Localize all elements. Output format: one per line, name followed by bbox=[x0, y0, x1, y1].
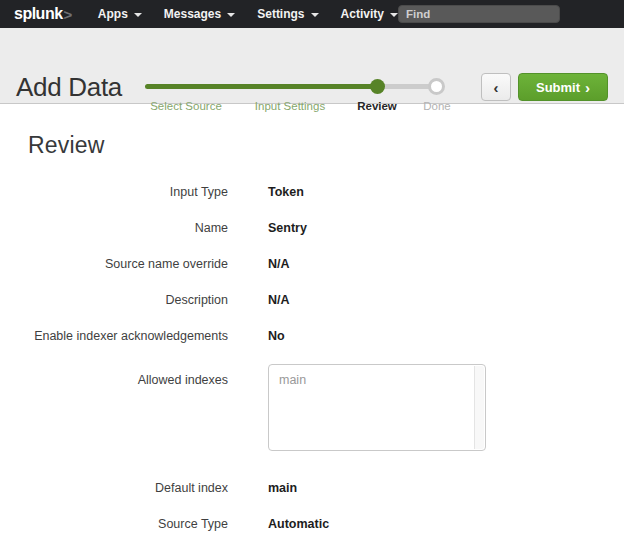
field-row-name: Name Sentry bbox=[28, 220, 624, 236]
page-title: Add Data bbox=[16, 72, 122, 103]
review-heading: Review bbox=[28, 130, 624, 160]
submit-button-label: Submit bbox=[536, 80, 580, 95]
chevron-down-icon bbox=[227, 13, 235, 17]
nav-menu-activity[interactable]: Activity bbox=[341, 7, 398, 21]
submit-button[interactable]: Submit › bbox=[518, 73, 608, 101]
field-label: Input Type bbox=[28, 184, 228, 200]
field-row-source-name-override: Source name override N/A bbox=[28, 256, 624, 272]
field-value: Automatic bbox=[268, 516, 329, 532]
step-label-select-source: Select Source bbox=[150, 100, 222, 112]
splunk-logo[interactable]: splunk > bbox=[14, 5, 72, 23]
back-button[interactable]: ‹ bbox=[481, 73, 511, 101]
chevron-down-icon bbox=[134, 13, 142, 17]
nav-menu-messages[interactable]: Messages bbox=[164, 7, 235, 21]
field-row-source-type: Source Type Automatic bbox=[28, 516, 624, 532]
field-label: Source Type bbox=[28, 516, 228, 532]
nav-menu-settings-label: Settings bbox=[257, 7, 304, 21]
top-navbar: splunk > Apps Messages Settings Activity bbox=[0, 0, 624, 28]
review-panel: Review Input Type Token Name Sentry Sour… bbox=[0, 104, 624, 532]
nav-menu-activity-label: Activity bbox=[341, 7, 384, 21]
nav-menus: Apps Messages Settings Activity bbox=[98, 7, 420, 21]
step-label-input-settings: Input Settings bbox=[255, 100, 325, 112]
current-step-dot bbox=[370, 79, 385, 94]
chevron-right-icon: › bbox=[585, 79, 590, 96]
field-row-description: Description N/A bbox=[28, 292, 624, 308]
field-label: Name bbox=[28, 220, 228, 236]
step-label-done: Done bbox=[423, 100, 451, 112]
field-value: main bbox=[268, 480, 297, 496]
field-value: N/A bbox=[268, 256, 290, 272]
field-row-input-type: Input Type Token bbox=[28, 184, 624, 200]
find-search-input[interactable] bbox=[398, 5, 560, 23]
allowed-indexes-scrollbar[interactable] bbox=[474, 366, 484, 449]
progress-track-complete bbox=[145, 84, 377, 89]
chevron-left-icon: ‹ bbox=[494, 79, 499, 96]
field-value: Token bbox=[268, 184, 304, 200]
field-label: Description bbox=[28, 292, 228, 308]
nav-menu-settings[interactable]: Settings bbox=[257, 7, 318, 21]
field-label: Source name override bbox=[28, 256, 228, 272]
allowed-indexes-value: main bbox=[269, 365, 485, 395]
field-label: Default index bbox=[28, 480, 228, 496]
field-label: Enable indexer acknowledgements bbox=[28, 328, 228, 344]
nav-menu-apps[interactable]: Apps bbox=[98, 7, 142, 21]
splunk-logo-text: splunk bbox=[14, 5, 63, 23]
chevron-down-icon bbox=[390, 13, 398, 17]
nav-menu-apps-label: Apps bbox=[98, 7, 128, 21]
step-label-review: Review bbox=[357, 100, 397, 112]
allowed-indexes-box[interactable]: main bbox=[268, 364, 486, 451]
field-row-default-index: Default index main bbox=[28, 480, 624, 496]
done-step-circle bbox=[428, 78, 445, 95]
nav-menu-messages-label: Messages bbox=[164, 7, 221, 21]
field-value: Sentry bbox=[268, 220, 307, 236]
wizard-header: Add Data Select Source Input Settings Re… bbox=[0, 28, 624, 104]
field-value: No bbox=[268, 328, 285, 344]
field-row-indexer-acknowledgements: Enable indexer acknowledgements No bbox=[28, 328, 624, 344]
field-row-allowed-indexes: Allowed indexes main bbox=[28, 364, 624, 451]
field-label: Allowed indexes bbox=[28, 364, 228, 451]
splunk-logo-caret-icon: > bbox=[64, 6, 72, 23]
field-value: N/A bbox=[268, 292, 290, 308]
chevron-down-icon bbox=[311, 13, 319, 17]
